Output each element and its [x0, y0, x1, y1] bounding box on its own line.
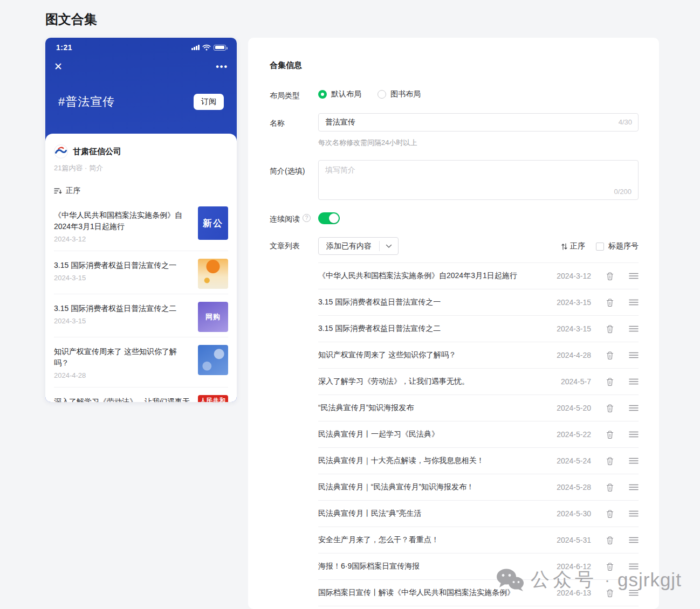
preview-article-item[interactable]: 知识产权宣传周来了 这些知识你了解吗？ 2024-4-28 — [54, 337, 228, 387]
radio-unselected-icon[interactable] — [378, 90, 386, 99]
preview-article-item[interactable]: 3.15 国际消费者权益日普法宣传之一 2024-3-15 — [54, 251, 228, 294]
checkbox-icon[interactable] — [596, 243, 604, 251]
preview-sort-control[interactable]: 正序 — [54, 186, 228, 196]
delete-button[interactable] — [606, 324, 614, 334]
article-date: 2024-4-28 — [548, 351, 591, 359]
article-thumbnail — [198, 259, 228, 289]
preview-article-date: 2024-3-15 — [54, 274, 191, 282]
table-row: 深入了解学习《劳动法》，让我们遇事无忧。 2024-5-7 — [318, 369, 639, 395]
continuous-reading-label: 连续阅读 — [270, 214, 300, 224]
table-row: 3.15 国际消费者权益日普法宣传之一 2024-3-15 — [318, 289, 639, 316]
article-title: 民法典宣传月｜十大亮点解读，与你我息息相关！ — [318, 456, 548, 466]
table-row: 民法典宣传月｜“民法典宣传月”知识海报发布！ 2024-5-28 — [318, 474, 639, 501]
name-input[interactable] — [318, 113, 639, 132]
delete-button[interactable] — [606, 509, 614, 518]
wifi-icon — [202, 44, 211, 51]
article-thumbnail: 人民共和 劳 动 法 — [198, 395, 228, 402]
preview-article-title: 深入了解学习《劳动法》，让我们遇事无忧。 — [54, 396, 191, 402]
table-row: 安全生产月来了，怎么干？看重点！ 2024-5-31 — [318, 527, 639, 553]
description-input[interactable] — [319, 161, 638, 189]
drag-handle-icon[interactable] — [629, 431, 639, 438]
delete-button[interactable] — [606, 483, 614, 492]
delete-button[interactable] — [606, 272, 614, 281]
radio-default-layout[interactable]: 默认布局 — [318, 89, 361, 99]
preview-article-item[interactable]: 《中华人民共和国档案法实施条例》自2024年3月1日起施行 2024-3-12 … — [54, 199, 228, 251]
delete-button[interactable] — [606, 536, 614, 545]
table-row: 民法典宣传月丨一起学习《民法典》 2024-5-22 — [318, 421, 639, 448]
close-icon[interactable]: ✕ — [54, 61, 63, 72]
delete-button[interactable] — [606, 351, 614, 360]
preview-article-date: 2024-3-15 — [54, 317, 191, 325]
radio-selected-icon[interactable] — [318, 90, 327, 99]
phone-content-card: 甘肃征信公司 21篇内容 · 简介 正序 《中华人民共和国档案法实施条例》自20… — [45, 134, 237, 402]
article-date: 2024-5-22 — [548, 430, 591, 439]
section-title: 合集信息 — [270, 60, 302, 71]
title-numbering-control[interactable]: 标题序号 — [596, 241, 639, 251]
article-date: 2024-5-24 — [548, 456, 591, 465]
chevron-down-icon[interactable] — [380, 238, 398, 254]
watermark-handle: gsjrkgjt — [617, 569, 682, 591]
radio-book-layout[interactable]: 图书布局 — [378, 89, 421, 99]
layout-type-label: 布局类型 — [270, 91, 300, 101]
drag-handle-icon[interactable] — [629, 537, 639, 543]
delete-button[interactable] — [606, 430, 614, 439]
table-row: “民法典宣传月”知识海报发布 2024-5-20 — [318, 395, 639, 421]
battery-icon — [214, 45, 226, 51]
drag-handle-icon[interactable] — [629, 510, 639, 517]
list-sort-control[interactable]: 正序 — [561, 241, 585, 251]
drag-handle-icon[interactable] — [629, 484, 639, 490]
add-content-button[interactable]: 添加已有内容 — [318, 237, 399, 255]
table-row: 知识产权宣传周来了 这些知识你了解吗？ 2024-4-28 — [318, 342, 639, 369]
more-icon[interactable]: ••• — [216, 63, 228, 71]
drag-handle-icon[interactable] — [629, 273, 639, 279]
article-thumbnail — [198, 345, 228, 375]
table-row: 3.15 国际消费者权益日普法宣传之二 2024-3-15 — [318, 316, 639, 342]
collection-title: #普法宣传 — [58, 94, 115, 110]
wechat-icon — [496, 568, 524, 592]
preview-article-list: 《中华人民共和国档案法实施条例》自2024年3月1日起施行 2024-3-12 … — [54, 199, 228, 402]
drag-handle-icon[interactable] — [629, 378, 639, 385]
radio-default-layout-label: 默认布局 — [331, 89, 361, 99]
drag-handle-icon[interactable] — [629, 352, 639, 358]
delete-button[interactable] — [606, 377, 614, 386]
preview-article-item[interactable]: 深入了解学习《劳动法》，让我们遇事无忧。 2024-5-7 人民共和 劳 动 法 — [54, 387, 228, 402]
article-date: 2024-5-28 — [548, 483, 591, 492]
preview-article-item[interactable]: 3.15 国际消费者权益日普法宣传之二 2024-3-15 网购 — [54, 294, 228, 337]
delete-button[interactable] — [606, 456, 614, 466]
account-meta[interactable]: 21篇内容 · 简介 — [54, 163, 228, 173]
name-char-counter: 4/30 — [619, 118, 632, 126]
signal-icon — [191, 45, 200, 50]
subscribe-button[interactable]: 订阅 — [194, 94, 224, 110]
preview-article-date: 2024-3-12 — [54, 235, 191, 243]
preview-article-title: 《中华人民共和国档案法实施条例》自2024年3月1日起施行 — [54, 210, 191, 232]
thumbnail-text: 人民共和 — [200, 397, 226, 403]
drag-handle-icon[interactable] — [629, 326, 639, 332]
list-sort-label: 正序 — [570, 241, 585, 251]
table-row: 民法典宣传月丨民法“典”亮生活 2024-5-30 — [318, 501, 639, 527]
article-thumbnail: 新公 — [198, 206, 228, 240]
phone-status-bar: 1:21 — [45, 43, 237, 52]
article-date: 2024-5-31 — [548, 536, 591, 544]
article-title: 民法典宣传月｜“民法典宣传月”知识海报发布！ — [318, 482, 548, 492]
drag-handle-icon[interactable] — [629, 405, 639, 411]
preview-article-title: 3.15 国际消费者权益日普法宣传之一 — [54, 260, 191, 271]
help-icon[interactable]: ? — [303, 214, 311, 222]
delete-button[interactable] — [606, 298, 614, 307]
description-label: 简介(选填) — [270, 167, 305, 176]
drag-handle-icon[interactable] — [629, 299, 639, 306]
continuous-reading-toggle[interactable] — [318, 212, 340, 224]
watermark: 公众号 · gsjrkgjt — [496, 567, 682, 592]
page-title: 图文合集 — [45, 11, 97, 28]
delete-button[interactable] — [606, 404, 614, 413]
status-time: 1:21 — [56, 43, 72, 52]
watermark-separator: · — [605, 571, 610, 589]
status-icons — [191, 44, 226, 51]
article-list-label: 文章列表 — [270, 241, 300, 251]
article-date: 2024-5-7 — [548, 377, 591, 386]
description-char-counter: 0/200 — [614, 188, 632, 196]
drag-handle-icon[interactable] — [629, 458, 639, 464]
article-title: 民法典宣传月丨一起学习《民法典》 — [318, 430, 548, 439]
radio-book-layout-label: 图书布局 — [390, 89, 421, 99]
table-row: 《中华人民共和国档案法实施条例》自2024年3月1日起施行 2024-3-12 — [318, 263, 639, 289]
article-date: 2024-5-30 — [548, 509, 591, 518]
